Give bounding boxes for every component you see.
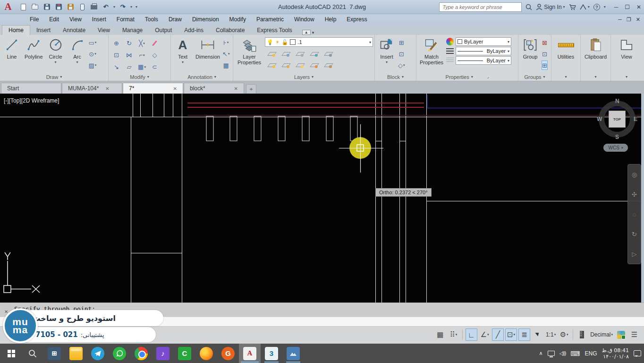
- fillet-tool-icon[interactable]: ⌐▾: [136, 49, 148, 61]
- file-tab-7[interactable]: 7*✕: [123, 83, 183, 94]
- scale-tool-icon[interactable]: ▱: [123, 61, 136, 73]
- group-edit-icon[interactable]: ⊡: [542, 49, 548, 59]
- mobile-icon[interactable]: [78, 3, 86, 11]
- taskbar-firefox[interactable]: [195, 344, 217, 363]
- menu-file[interactable]: File: [25, 16, 44, 23]
- panel-annotation-footer[interactable]: Annotation▾: [171, 73, 233, 81]
- clipboard-button[interactable]: Clipboard: [583, 36, 608, 73]
- lineweight-combo[interactable]: ByLayer ▾: [456, 47, 511, 55]
- dimension-style-icon[interactable]: ⊦ ▾: [222, 38, 229, 47]
- isodraft-toggle[interactable]: ╱: [492, 328, 504, 341]
- pan-icon[interactable]: ✣: [632, 191, 637, 198]
- qat-customize-icon[interactable]: ▾: [136, 5, 137, 9]
- layer-combo-caret-icon[interactable]: ▾: [369, 40, 371, 44]
- maximize-button[interactable]: ☐: [625, 4, 630, 10]
- tab-home[interactable]: Home: [2, 25, 30, 35]
- annotation-monitor-button[interactable]: [576, 328, 588, 341]
- menu-tools[interactable]: Tools: [140, 16, 163, 23]
- layer-thaw-icon[interactable]: [279, 60, 293, 71]
- close-tab-icon[interactable]: ✕: [105, 86, 109, 91]
- customization-button[interactable]: ☰: [628, 328, 640, 341]
- define-attributes-icon[interactable]: ◇▾: [398, 60, 405, 70]
- search-input[interactable]: [439, 2, 522, 12]
- group-selection-toggle-icon[interactable]: ⊞: [542, 60, 548, 70]
- taskbar-whatsapp[interactable]: [109, 344, 130, 363]
- taskbar-3dsmax[interactable]: 3: [261, 344, 282, 363]
- orbit-icon[interactable]: ↻: [632, 231, 637, 238]
- viewcube-top-face[interactable]: TOP: [609, 111, 626, 128]
- graphics-performance-button[interactable]: [615, 328, 627, 341]
- help-icon[interactable]: ?: [593, 4, 600, 10]
- group-button[interactable]: Group: [520, 36, 541, 73]
- panel-view-footer[interactable]: ▾: [611, 73, 642, 81]
- taskbar-photos[interactable]: [282, 344, 304, 363]
- navigation-bar[interactable]: ◎ ✣ ◌ ↻ ▷: [627, 164, 641, 264]
- menu-express[interactable]: Express: [341, 16, 372, 23]
- object-snap-toggle[interactable]: ⊡▾: [505, 328, 517, 341]
- layer-match-icon[interactable]: [322, 60, 336, 71]
- help-caret-icon[interactable]: ▾: [604, 5, 606, 9]
- workspace-switching-button[interactable]: ⚙▾: [558, 328, 570, 341]
- circle-caret-icon[interactable]: ▾: [55, 60, 57, 64]
- viewcube[interactable]: N S W E TOP: [596, 98, 638, 140]
- stretch-tool-icon[interactable]: ↘: [110, 61, 123, 73]
- polyline-button[interactable]: Polyline: [23, 36, 44, 73]
- annotation-visibility-toggle[interactable]: ▲: [532, 328, 543, 341]
- grid-display-toggle[interactable]: ▦: [434, 328, 446, 341]
- layer-freeze-tool-icon[interactable]: [293, 48, 307, 60]
- start-button[interactable]: [0, 344, 22, 363]
- ortho-toggle[interactable]: ∟: [466, 328, 477, 341]
- layer-off-icon[interactable]: [265, 60, 279, 71]
- taskbar-camtasia[interactable]: C: [174, 344, 195, 363]
- zoom-icon[interactable]: ◌: [633, 211, 636, 218]
- units-button[interactable]: Decimal▾: [589, 328, 614, 341]
- annotation-scale-button[interactable]: 1:1▾: [545, 328, 557, 341]
- line-button[interactable]: Line: [1, 36, 22, 73]
- action-center-icon[interactable]: [634, 350, 641, 356]
- lineweight-icon[interactable]: [446, 48, 454, 54]
- ribbon-collapse-icon[interactable]: ▲: [302, 30, 311, 35]
- array-tool-icon[interactable]: ▦▾: [136, 61, 148, 73]
- touch-keyboard-icon[interactable]: ⌨: [570, 350, 580, 357]
- create-block-icon[interactable]: ⊞: [398, 38, 405, 47]
- language-indicator[interactable]: ENG: [585, 350, 597, 357]
- layer-select-combo[interactable]: 💡 ☀ 🔓 .1 ▾: [265, 37, 373, 47]
- color-wheel-icon[interactable]: [446, 38, 454, 45]
- polar-tracking-toggle[interactable]: ∠▾: [479, 328, 491, 341]
- panel-modify-footer[interactable]: Modify▾: [109, 73, 170, 81]
- doc-restore-button[interactable]: ❐: [627, 17, 631, 23]
- circle-button[interactable]: Circle ▾: [45, 36, 66, 73]
- wcs-selector[interactable]: WCS▾: [603, 144, 628, 152]
- print-icon[interactable]: [90, 3, 98, 11]
- tab-insert[interactable]: Insert: [30, 26, 57, 35]
- menu-dimension[interactable]: Dimension: [187, 16, 224, 23]
- viewcube-north[interactable]: N: [615, 98, 619, 104]
- viewcube-east[interactable]: E: [634, 116, 637, 122]
- viewport-controls-label[interactable]: [-][Top][2D Wireframe]: [4, 97, 59, 104]
- clock[interactable]: 08:41 ق.ظ ۱۴۰۰/۰۱/۰۸: [602, 347, 629, 360]
- point-tool-icon[interactable]: ⊙ ▾: [89, 49, 97, 59]
- linetype-combo[interactable]: ByLayer ▾: [456, 56, 511, 65]
- taskbar-telegram[interactable]: [87, 344, 109, 363]
- showmotion-icon[interactable]: ▷: [632, 251, 637, 258]
- panel-clipboard-footer[interactable]: ▾: [581, 73, 610, 81]
- tab-output[interactable]: Output: [149, 26, 178, 35]
- object-snap-tracking-toggle[interactable]: ≣: [518, 328, 530, 341]
- erase-tool-icon[interactable]: [148, 37, 161, 49]
- trim-tool-icon[interactable]: ╳▾: [136, 37, 148, 49]
- panel-utilities-footer[interactable]: ▾: [551, 73, 580, 81]
- menu-parametric[interactable]: Parametric: [251, 16, 289, 23]
- new-tab-button[interactable]: ＋: [246, 84, 256, 94]
- network-icon[interactable]: [548, 351, 555, 356]
- arc-caret-icon[interactable]: ▾: [76, 60, 78, 64]
- mirror-tool-icon[interactable]: ⋈: [123, 49, 136, 61]
- panel-groups-footer[interactable]: Groups▾: [518, 73, 551, 81]
- menu-help[interactable]: Help: [320, 16, 342, 23]
- layer-unlock-icon[interactable]: [293, 60, 307, 71]
- layer-states-icon[interactable]: [322, 48, 336, 60]
- autodesk-app-icon[interactable]: ▾: [580, 4, 590, 10]
- open-file-icon[interactable]: [31, 3, 39, 11]
- panel-layers-footer[interactable]: Layers▾: [233, 73, 374, 81]
- arc-button[interactable]: Arc ▾: [67, 36, 88, 73]
- tab-addins[interactable]: Add-ins: [178, 26, 210, 35]
